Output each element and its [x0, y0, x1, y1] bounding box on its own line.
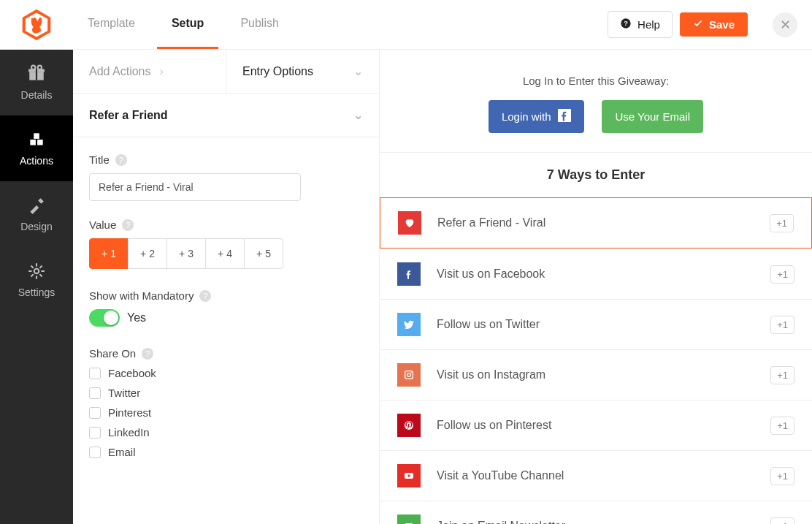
share-twitter[interactable]: Twitter — [89, 387, 363, 399]
top-tabs: Template Setup Publish — [73, 0, 294, 49]
help-hint-icon[interactable]: ? — [122, 219, 134, 231]
giveaway-preview: Log In to Enter this Giveaway: Login wit… — [380, 50, 812, 524]
entry-refer-friend[interactable]: Refer a Friend - Viral +1 — [380, 197, 812, 248]
share-pinterest[interactable]: Pinterest — [89, 406, 363, 419]
entry-email-newsletter[interactable]: Join an Email Newsletter +1 — [380, 501, 812, 524]
tab-publish[interactable]: Publish — [226, 0, 293, 49]
entry-options-dropdown[interactable]: Entry Options ⌄ — [226, 50, 379, 93]
help-hint-icon[interactable]: ? — [142, 348, 153, 360]
help-icon: ? — [620, 18, 632, 31]
entry-twitter[interactable]: Follow us on Twitter +1 — [380, 299, 812, 349]
help-button[interactable]: ? Help — [608, 11, 673, 38]
entry-label: Follow us on Pinterest — [437, 419, 754, 432]
heart-icon — [398, 211, 421, 235]
login-with-label: Login with — [502, 110, 551, 123]
logo — [0, 8, 73, 42]
show-mandatory-toggle[interactable] — [89, 309, 120, 327]
section-title-text: Refer a Friend — [89, 109, 168, 122]
sidebar-item-details[interactable]: Details — [0, 50, 73, 115]
entry-options-label: Entry Options — [242, 65, 313, 78]
breadcrumb-add-actions[interactable]: Add Actions › — [73, 50, 226, 93]
save-button[interactable]: Save — [680, 12, 748, 37]
share-on-label: Share On ? — [89, 347, 363, 360]
pinterest-icon — [397, 414, 421, 437]
section-header[interactable]: Refer a Friend ⌄ — [73, 94, 379, 137]
svg-point-15 — [407, 373, 411, 377]
share-facebook[interactable]: Facebook — [89, 367, 363, 379]
chevron-right-icon: › — [160, 65, 164, 78]
tab-template[interactable]: Template — [73, 0, 150, 49]
breadcrumb-label: Add Actions — [89, 65, 151, 78]
left-sidebar: Details Actions Design Settings — [0, 50, 73, 524]
value-option-5[interactable]: + 5 — [244, 238, 283, 269]
twitter-icon — [397, 313, 421, 336]
sidebar-label-actions: Actions — [20, 155, 53, 167]
use-email-button[interactable]: Use Your Email — [602, 100, 703, 133]
svg-rect-11 — [34, 133, 39, 139]
share-on-label-text: Share On — [89, 347, 136, 360]
save-label: Save — [709, 18, 735, 31]
blocks-icon — [27, 130, 46, 149]
share-label: Pinterest — [108, 406, 151, 419]
help-hint-icon[interactable]: ? — [199, 290, 211, 302]
chevron-down-icon: ⌄ — [353, 64, 363, 78]
svg-text:?: ? — [624, 20, 628, 27]
toggle-value: Yes — [127, 311, 146, 324]
entry-badge: +1 — [770, 417, 794, 435]
entry-facebook[interactable]: Visit us on Facebook +1 — [380, 248, 812, 299]
checkbox[interactable] — [89, 447, 101, 458]
checkbox[interactable] — [89, 368, 101, 379]
entry-label: Follow us on Twitter — [437, 318, 754, 331]
email-icon — [397, 514, 421, 524]
title-input[interactable] — [89, 173, 301, 201]
instagram-icon — [397, 363, 421, 387]
svg-point-7 — [31, 66, 35, 69]
help-hint-icon[interactable]: ? — [115, 154, 127, 166]
sidebar-label-settings: Settings — [18, 286, 55, 298]
checkbox[interactable] — [89, 387, 101, 399]
entry-label: Visit us on Instagram — [437, 368, 754, 381]
svg-rect-6 — [36, 69, 37, 80]
entry-label: Visit us on Facebook — [437, 267, 754, 281]
title-label-text: Title — [89, 153, 110, 166]
login-title: Log In to Enter this Giveaway: — [394, 75, 797, 87]
value-option-4[interactable]: + 4 — [205, 238, 245, 269]
check-icon — [693, 18, 703, 31]
svg-rect-10 — [37, 140, 43, 145]
login-section: Log In to Enter this Giveaway: Login wit… — [380, 50, 812, 152]
value-option-2[interactable]: + 2 — [128, 238, 167, 269]
share-linkedin[interactable]: LinkedIn — [89, 426, 363, 438]
value-option-1[interactable]: + 1 — [89, 238, 129, 269]
entry-youtube[interactable]: Visit a YouTube Channel +1 — [380, 450, 812, 501]
entry-badge: +1 — [770, 265, 794, 284]
login-facebook-button[interactable]: Login with — [489, 100, 585, 133]
top-bar: Template Setup Publish ? Help Save ✕ — [0, 0, 812, 50]
entries-list: Refer a Friend - Viral +1 Visit us on Fa… — [380, 197, 812, 524]
close-button[interactable]: ✕ — [773, 12, 797, 37]
value-label-text: Value — [89, 219, 116, 231]
svg-rect-9 — [30, 140, 36, 145]
sidebar-item-settings[interactable]: Settings — [0, 247, 73, 313]
help-label: Help — [637, 18, 660, 31]
sidebar-item-actions[interactable]: Actions — [0, 115, 73, 181]
entry-instagram[interactable]: Visit us on Instagram +1 — [380, 349, 812, 400]
preview-panel: Log In to Enter this Giveaway: Login wit… — [380, 50, 812, 524]
config-panel: Add Actions › Entry Options ⌄ Refer a Fr… — [73, 50, 380, 524]
tools-icon — [27, 196, 46, 215]
svg-point-12 — [34, 269, 39, 274]
share-email[interactable]: Email — [89, 446, 363, 458]
entry-label: Visit a YouTube Channel — [437, 469, 754, 482]
checkbox[interactable] — [89, 427, 101, 438]
entry-badge: +1 — [770, 366, 794, 384]
entry-pinterest[interactable]: Follow us on Pinterest +1 — [380, 400, 812, 450]
value-option-3[interactable]: + 3 — [166, 238, 206, 269]
youtube-icon — [397, 464, 421, 487]
value-label: Value ? — [89, 219, 363, 231]
entry-badge: +1 — [770, 517, 794, 525]
checkbox[interactable] — [89, 407, 101, 419]
sidebar-item-design[interactable]: Design — [0, 181, 73, 247]
tab-setup[interactable]: Setup — [157, 0, 218, 49]
show-mandatory-label-text: Show with Mandatory — [89, 289, 194, 302]
title-label: Title ? — [89, 153, 363, 166]
rabbit-logo-icon — [20, 8, 53, 42]
